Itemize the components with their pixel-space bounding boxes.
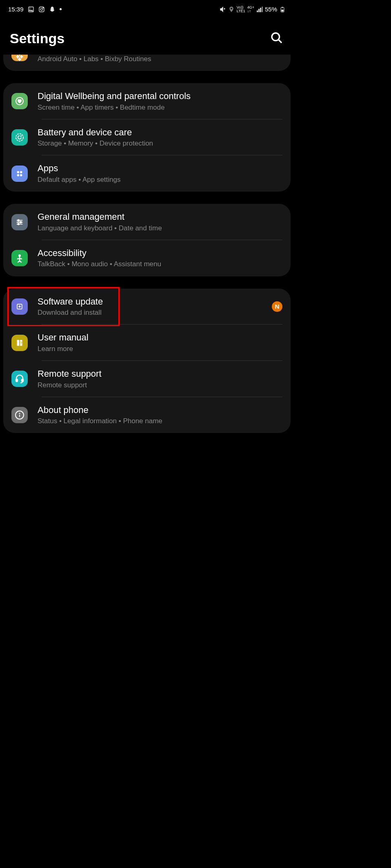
item-subtitle: Remote support: [38, 381, 282, 390]
plus-puzzle-icon: [11, 55, 28, 61]
mute-icon: [220, 6, 226, 13]
settings-section: Digital Wellbeing and parental controlsS…: [3, 83, 291, 192]
svg-point-21: [18, 223, 19, 225]
headset-icon: [11, 371, 28, 387]
svg-line-9: [278, 40, 282, 43]
item-subtitle: TalkBack • Mono audio • Assistant menu: [38, 260, 282, 269]
svg-point-4: [43, 7, 43, 8]
item-content: AppsDefault apps • App settings: [38, 163, 282, 184]
item-content: Software updateDownload and install: [38, 296, 268, 318]
page-title: Settings: [10, 31, 64, 46]
svg-point-8: [272, 33, 280, 41]
svg-rect-27: [16, 379, 18, 382]
person-icon: [11, 250, 28, 266]
settings-item-software-update[interactable]: Software updateDownload and installN: [3, 289, 291, 325]
item-title: General management: [38, 211, 282, 223]
svg-point-22: [18, 254, 21, 257]
heart-circle-icon: [11, 93, 28, 109]
settings-item-battery-device-care[interactable]: Battery and device careStorage • Memory …: [3, 119, 291, 156]
item-title: Software update: [38, 296, 268, 308]
item-content: Battery and device careStorage • Memory …: [38, 127, 282, 148]
settings-section: General managementLanguage and keyboard …: [3, 204, 291, 276]
svg-point-3: [40, 8, 42, 10]
svg-text:?: ?: [20, 340, 22, 345]
item-subtitle: Language and keyboard • Date and time: [38, 224, 282, 233]
item-content: User manualLearn more: [38, 332, 282, 353]
search-button[interactable]: [269, 31, 284, 46]
notification-badge: N: [272, 301, 282, 312]
svg-rect-28: [22, 379, 23, 382]
item-title: Remote support: [38, 368, 282, 380]
svg-rect-24: [17, 340, 20, 346]
settings-item-accessibility[interactable]: AccessibilityTalkBack • Mono audio • Ass…: [3, 240, 291, 276]
status-bar: 15:39 Vo))LTE1 4G+↓↑ 55%: [0, 0, 294, 18]
item-subtitle: Screen time • App timers • Bedtime mode: [38, 103, 282, 112]
svg-point-11: [16, 134, 23, 141]
svg-point-12: [17, 171, 20, 173]
snapchat-icon: [49, 6, 56, 13]
svg-rect-6: [282, 7, 283, 8]
item-title: About phone: [38, 404, 282, 416]
status-right: Vo))LTE1 4G+↓↑ 55%: [220, 6, 286, 13]
svg-point-14: [17, 174, 20, 177]
item-content: Android Auto • Labs • Bixby Routines: [38, 55, 282, 64]
gallery-icon: [28, 6, 34, 13]
settings-section: Software updateDownload and installN?Use…: [3, 289, 291, 433]
item-content: General managementLanguage and keyboard …: [38, 211, 282, 233]
settings-header: Settings: [0, 18, 294, 55]
item-subtitle: Storage • Memory • Device protection: [38, 139, 282, 148]
svg-point-30: [19, 413, 20, 414]
svg-point-1: [29, 8, 30, 9]
item-subtitle: Learn more: [38, 345, 282, 353]
signal-icon: [256, 6, 263, 13]
notification-dot: [60, 8, 62, 10]
book-icon: ?: [11, 335, 28, 351]
item-title: Accessibility: [38, 247, 282, 259]
grid-dots-icon: [11, 166, 28, 182]
item-title: Battery and device care: [38, 127, 282, 139]
item-subtitle: Download and install: [38, 308, 268, 317]
settings-item-remote-support[interactable]: Remote supportRemote support: [3, 361, 291, 397]
settings-item-apps[interactable]: AppsDefault apps • App settings: [3, 155, 291, 192]
settings-item-about-phone[interactable]: About phoneStatus • Legal information • …: [3, 397, 291, 433]
item-subtitle: Status • Legal information • Phone name: [38, 417, 282, 426]
svg-point-15: [20, 174, 22, 177]
status-left: 15:39: [8, 6, 62, 13]
item-title: User manual: [38, 332, 282, 344]
sliders-icon: [11, 214, 28, 230]
item-content: Digital Wellbeing and parental controlsS…: [38, 91, 282, 112]
item-subtitle: Default apps • App settings: [38, 175, 282, 184]
settings-section: Android Auto • Labs • Bixby Routines: [3, 55, 291, 71]
battery-icon: [279, 6, 286, 13]
item-content: AccessibilityTalkBack • Mono audio • Ass…: [38, 247, 282, 269]
search-icon: [270, 31, 283, 44]
instagram-icon: [38, 6, 45, 13]
item-title: Digital Wellbeing and parental controls: [38, 91, 282, 102]
volte-icon: Vo))LTE1: [237, 6, 245, 13]
item-content: About phoneStatus • Legal information • …: [38, 404, 282, 426]
svg-point-13: [20, 171, 22, 173]
location-icon: [228, 6, 235, 13]
status-time: 15:39: [8, 6, 24, 13]
svg-point-17: [18, 219, 19, 221]
settings-item-general-management[interactable]: General managementLanguage and keyboard …: [3, 204, 291, 240]
network-icon: 4G+↓↑: [247, 6, 254, 13]
download-square-icon: [11, 298, 28, 315]
item-content: Remote supportRemote support: [38, 368, 282, 390]
svg-rect-31: [19, 415, 20, 417]
settings-item-advanced-features[interactable]: Android Auto • Labs • Bixby Routines: [3, 55, 291, 71]
settings-item-user-manual[interactable]: ?User manualLearn more: [3, 325, 291, 361]
battery-percent: 55%: [265, 6, 277, 13]
refresh-circle-icon: [11, 129, 28, 146]
item-title: Apps: [38, 163, 282, 174]
settings-item-digital-wellbeing[interactable]: Digital Wellbeing and parental controlsS…: [3, 83, 291, 119]
svg-point-19: [20, 221, 22, 223]
info-icon: [11, 407, 28, 423]
svg-rect-7: [281, 9, 283, 11]
item-subtitle: Android Auto • Labs • Bixby Routines: [38, 55, 282, 64]
